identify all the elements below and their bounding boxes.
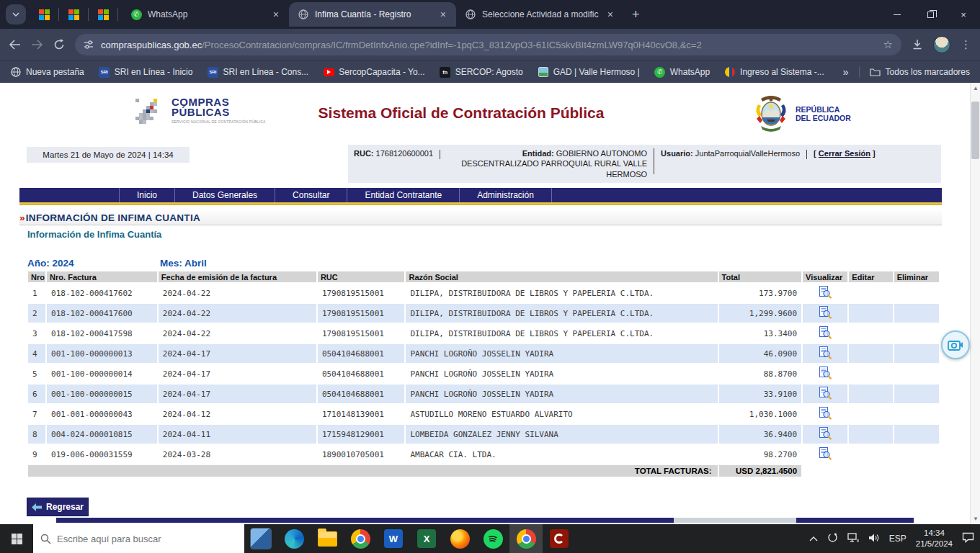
- page-scrollbar[interactable]: ▲ ▼: [970, 83, 980, 524]
- taskbar-clock[interactable]: 14:34 21/5/2024: [916, 528, 953, 549]
- new-tab-button[interactable]: +: [623, 7, 649, 22]
- tab-close-icon[interactable]: ×: [270, 9, 282, 20]
- cell-nro: 4: [28, 344, 45, 363]
- nav-item-consultar[interactable]: Consultar: [275, 188, 347, 202]
- table-row: 3 018-102-000417598 2024-04-22 179081951…: [28, 324, 939, 343]
- menu-icon[interactable]: ⋮: [961, 38, 971, 51]
- back-button[interactable]: [9, 40, 21, 50]
- taskbar-widget-thumbnail[interactable]: [244, 524, 277, 553]
- firefox-icon: [450, 529, 470, 549]
- visualizar-icon[interactable]: [819, 306, 832, 319]
- taskbar-search[interactable]: [33, 524, 244, 553]
- cell-nro: 3: [28, 324, 45, 343]
- scrollbar-thumb[interactable]: [971, 102, 979, 159]
- logout-link[interactable]: Cerrar Sesión: [819, 149, 870, 158]
- cell-factura: 018-102-000417602: [47, 284, 157, 302]
- close-button[interactable]: ×: [947, 0, 980, 29]
- bookmark-ingreso-al-sistema[interactable]: Ingreso al Sistema -...: [724, 66, 824, 78]
- tab-whatsapp[interactable]: ✆ WhatsApp ×: [122, 2, 289, 27]
- taskbar-app-firefox[interactable]: [443, 524, 476, 553]
- visualizar-icon[interactable]: [819, 367, 832, 379]
- bookmark-sercop-agosto[interactable]: fn SERCOP: Agosto: [440, 66, 523, 78]
- nav-item-datos-generales[interactable]: Datos Generales: [174, 188, 275, 202]
- action-center-icon[interactable]: [962, 532, 974, 545]
- restore-button[interactable]: [914, 0, 947, 29]
- visualizar-icon[interactable]: [819, 407, 832, 420]
- search-input[interactable]: [57, 534, 223, 544]
- visualizar-icon[interactable]: [819, 427, 832, 440]
- cell-nro: 6: [28, 385, 45, 403]
- clock-time: 14:34: [916, 528, 953, 539]
- col-header-editar: Editar: [849, 271, 892, 282]
- site-settings-icon[interactable]: [84, 40, 94, 50]
- tab-close-icon[interactable]: ×: [437, 9, 449, 20]
- address-bar[interactable]: compraspublicas.gob.ec/ProcesoContrataci…: [75, 34, 901, 55]
- bookmarks-overflow-button[interactable]: »: [843, 66, 849, 78]
- cell-editar: [849, 445, 892, 464]
- bookmark-gad-valle-hermoso[interactable]: GAD | Valle Hermoso |: [538, 66, 640, 78]
- microsoft-logo-icon: [98, 9, 109, 20]
- taskbar-app-word[interactable]: W: [377, 524, 410, 553]
- visualizar-icon[interactable]: [819, 346, 832, 359]
- profile-avatar[interactable]: [933, 36, 950, 53]
- tab-search-button[interactable]: [6, 4, 26, 24]
- cell-factura: 001-100-000000013: [47, 344, 157, 363]
- cell-visualizar: [803, 385, 847, 403]
- reload-button[interactable]: [53, 39, 65, 50]
- globe-icon: [298, 9, 309, 20]
- cell-visualizar: [803, 324, 847, 343]
- cell-razon-social: PANCHI LOGROÑO JOSSELIN YADIRA: [406, 385, 717, 403]
- visualizar-icon[interactable]: [819, 286, 832, 299]
- breadcrumb-title: INFORMACIÓN DE INFIMA CUANTIA: [26, 212, 200, 223]
- taskbar-app-edge[interactable]: [277, 524, 311, 553]
- cell-factura: 018-102-000417598: [47, 324, 157, 343]
- taskbar-app-excel[interactable]: X: [410, 524, 443, 553]
- scroll-down-arrow[interactable]: ▼: [971, 513, 980, 524]
- regresar-button[interactable]: Regresar: [27, 498, 89, 516]
- download-button[interactable]: [912, 39, 923, 50]
- floating-capture-widget[interactable]: [941, 331, 970, 359]
- nav-item-administracion[interactable]: Administración: [459, 188, 552, 202]
- taskbar-app-chrome-active[interactable]: [509, 524, 543, 553]
- logout-section: [ Cerrar Sesión ]: [814, 149, 876, 158]
- network-icon[interactable]: [847, 533, 859, 545]
- nav-item-inicio[interactable]: Inicio: [119, 188, 174, 202]
- minimize-button[interactable]: [881, 0, 914, 29]
- nav-item-entidad-contratante[interactable]: Entidad Contratante: [347, 188, 459, 202]
- pinned-tab-microsoft-3[interactable]: [92, 3, 114, 26]
- taskbar-app-acrobat[interactable]: [543, 524, 576, 553]
- tray-expand-icon[interactable]: [809, 534, 818, 544]
- windows-logo-icon: [12, 534, 22, 544]
- main-nav: Inicio Datos Generales Consultar Entidad…: [19, 188, 942, 202]
- taskbar-app-explorer[interactable]: [311, 524, 344, 553]
- pinned-tab-microsoft-1[interactable]: [33, 3, 55, 26]
- cell-editar: [849, 385, 892, 403]
- bookmark-star-icon[interactable]: ☆: [883, 38, 893, 51]
- bookmark-sri-consultas[interactable]: SRI SRI en Línea - Cons...: [207, 66, 308, 78]
- visualizar-icon[interactable]: [819, 387, 832, 400]
- image-icon: [538, 66, 549, 78]
- taskbar-app-spotify[interactable]: [476, 524, 509, 553]
- bookmark-whatsapp[interactable]: ✆ WhatsApp: [654, 66, 710, 78]
- bookmark-nueva-pestana[interactable]: Nueva pestaña: [10, 66, 84, 78]
- all-bookmarks-button[interactable]: Todos los marcadores: [870, 66, 970, 78]
- visualizar-icon[interactable]: [819, 447, 832, 460]
- tab-close-icon[interactable]: ×: [605, 9, 616, 20]
- tray-meet-now-icon[interactable]: [827, 532, 838, 545]
- language-indicator[interactable]: ESP: [889, 534, 906, 544]
- pinned-tab-microsoft-2[interactable]: [63, 3, 84, 26]
- scroll-up-arrow[interactable]: ▲: [971, 83, 980, 94]
- volume-icon[interactable]: [868, 533, 880, 545]
- bookmark-sercopcapacita[interactable]: SercopCapacita - Yo...: [323, 66, 424, 78]
- chevron-down-icon: [12, 12, 19, 17]
- system-tray: ESP 14:34 21/5/2024: [809, 528, 980, 549]
- back-arrow-icon: [32, 503, 42, 511]
- cell-eliminar: [894, 364, 939, 383]
- tab-infima-cuantia[interactable]: Infima Cuantía - Registro ×: [289, 2, 456, 27]
- taskbar-app-chrome[interactable]: [344, 524, 377, 553]
- bookmark-sri-inicio[interactable]: SRI SRI en Línea - Inicio: [99, 66, 193, 78]
- forward-button[interactable]: [31, 40, 43, 50]
- start-button[interactable]: [0, 524, 33, 553]
- visualizar-icon[interactable]: [819, 326, 832, 339]
- tab-seleccione-actividad[interactable]: Seleccione Actividad a modifica ×: [456, 2, 623, 27]
